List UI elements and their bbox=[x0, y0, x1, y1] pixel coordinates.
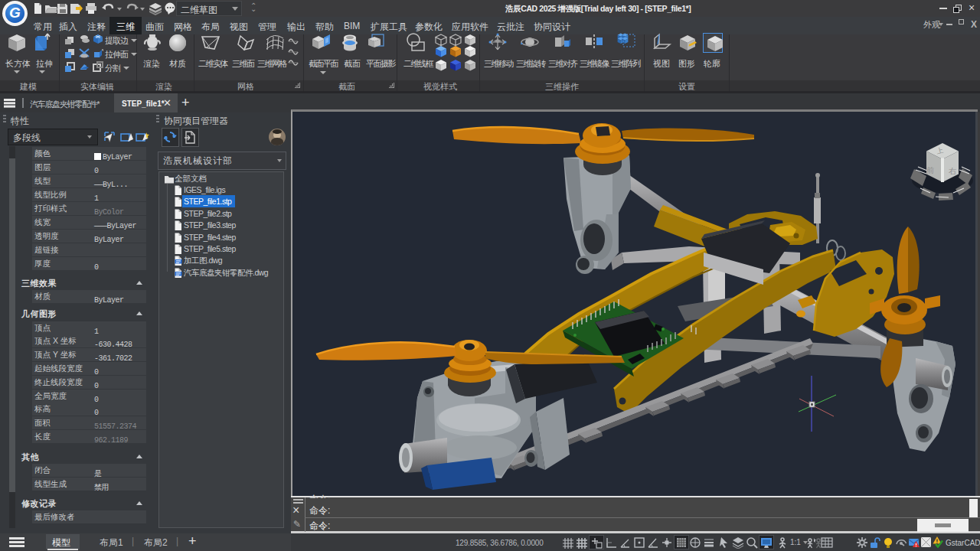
svg-text:前: 前 bbox=[926, 166, 934, 174]
svg-text:右: 右 bbox=[949, 167, 956, 175]
